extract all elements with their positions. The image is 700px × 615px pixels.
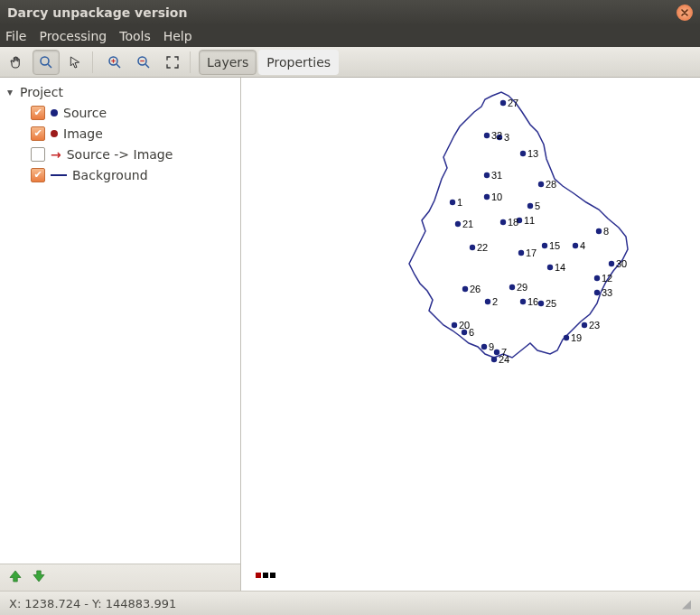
close-icon[interactable] [677, 5, 693, 21]
checkbox-source-to-image[interactable] [31, 147, 45, 162]
project-label: Project [20, 85, 63, 99]
status-y-value: 144883.991 [106, 597, 177, 610]
move-up-icon[interactable] [7, 568, 23, 588]
layer-item-source[interactable]: Source [31, 102, 235, 123]
map-point[interactable] [573, 243, 578, 248]
map-point-label: 19 [571, 332, 582, 343]
map-point[interactable] [509, 284, 515, 290]
titlebar: Darcy unpackage version [0, 0, 700, 25]
map-point-label: 9 [489, 341, 494, 352]
tree-root[interactable]: ▾ Project [5, 81, 235, 102]
status-y-label: Y: [92, 597, 102, 610]
map-point-label: 25 [546, 298, 556, 309]
map-point-label: 16 [527, 296, 538, 307]
checkbox-image[interactable] [31, 126, 45, 141]
map-point-label: 26 [470, 284, 481, 294]
layer-label: Source -> Image [67, 147, 173, 162]
toolbar: Layers Properties [0, 47, 700, 78]
indicator-black-icon [270, 573, 275, 578]
indicator-black-icon [263, 573, 268, 578]
map-point[interactable] [500, 219, 506, 225]
layer-tree: ▾ Project Source Image → Source -> Image [0, 78, 240, 564]
map-point[interactable] [596, 228, 602, 234]
hand-pan-icon[interactable] [4, 50, 31, 75]
map-point[interactable] [542, 243, 547, 248]
map-point-label: 8 [603, 226, 609, 237]
map-point-label: 32 [491, 130, 502, 141]
zoom-out-icon[interactable] [130, 50, 157, 75]
map-point-label: 18 [508, 217, 518, 228]
layers-panel: ▾ Project Source Image → Source -> Image [0, 78, 241, 591]
menu-help[interactable]: Help [163, 29, 192, 43]
layer-label: Background [72, 168, 148, 182]
map-point-label: 29 [517, 282, 527, 293]
layers-toggle-button[interactable]: Layers [199, 50, 257, 75]
map-point[interactable] [527, 203, 533, 209]
map-point[interactable] [547, 265, 553, 270]
map-point[interactable] [452, 322, 457, 328]
map-point[interactable] [470, 245, 475, 250]
checkbox-background[interactable] [31, 168, 45, 182]
map-point[interactable] [484, 172, 490, 178]
map-point[interactable] [491, 357, 497, 362]
checkbox-source[interactable] [31, 106, 45, 120]
map-point-label: 11 [524, 215, 535, 226]
move-down-icon[interactable] [31, 568, 47, 588]
menu-processing[interactable]: Processing [39, 29, 107, 43]
svg-line-5 [145, 64, 149, 68]
map-point[interactable] [500, 100, 506, 106]
map-point[interactable] [594, 290, 600, 295]
svg-line-3 [117, 64, 120, 68]
separator [92, 51, 98, 73]
dot-icon [51, 109, 58, 116]
map-point[interactable] [538, 301, 544, 306]
layer-item-background[interactable]: Background [31, 164, 235, 185]
map-point-label: 21 [462, 219, 473, 229]
map-point[interactable] [609, 261, 614, 266]
map-point[interactable] [520, 151, 526, 156]
map-point-label: 14 [555, 262, 565, 273]
content: ▾ Project Source Image → Source -> Image [0, 78, 700, 591]
map-point-label: 13 [527, 148, 538, 159]
zoom-in-icon[interactable] [101, 50, 128, 75]
map-point[interactable] [450, 200, 455, 205]
map-point-label: 4 [580, 240, 585, 251]
map-point-label: 12 [602, 273, 612, 284]
map-point-label: 5 [535, 200, 540, 211]
map-point[interactable] [462, 286, 468, 292]
status-x-label: X: [9, 597, 21, 610]
map-point-label: 3 [504, 132, 509, 143]
map-point-label: 23 [589, 320, 600, 331]
map-point[interactable] [582, 322, 587, 328]
map-point[interactable] [484, 194, 490, 200]
map-point[interactable] [481, 344, 487, 349]
map-point-label: 28 [546, 179, 556, 190]
map-point[interactable] [538, 182, 544, 187]
layer-item-image[interactable]: Image [31, 123, 235, 144]
zoom-extents-icon[interactable] [159, 50, 186, 75]
map-point[interactable] [484, 133, 490, 138]
layer-label: Source [63, 106, 107, 120]
map-point[interactable] [455, 221, 461, 227]
menu-file[interactable]: File [5, 29, 26, 43]
map-point[interactable] [520, 299, 526, 304]
layer-item-source-to-image[interactable]: → Source -> Image [31, 144, 235, 164]
zoom-icon[interactable] [33, 50, 60, 75]
window-title: Darcy unpackage version [7, 5, 187, 20]
cursor-icon[interactable] [61, 50, 89, 75]
layer-order-bar [0, 564, 240, 591]
map-point-label: 2 [492, 296, 498, 307]
resize-grip-icon[interactable]: ◢ [682, 597, 691, 610]
map-point[interactable] [564, 335, 569, 340]
map-point-label: 10 [491, 191, 502, 202]
menu-tools[interactable]: Tools [119, 29, 151, 43]
map-point[interactable] [594, 275, 600, 281]
svg-line-1 [48, 64, 51, 68]
map-point[interactable] [485, 299, 490, 304]
properties-toggle-button[interactable]: Properties [258, 50, 339, 75]
svg-point-0 [41, 57, 49, 65]
map-canvas[interactable]: 1234567891011121314151617181920212223242… [241, 78, 700, 591]
map-point-label: 24 [499, 354, 509, 365]
disclosure-icon[interactable]: ▾ [5, 86, 14, 98]
map-point[interactable] [518, 250, 524, 256]
